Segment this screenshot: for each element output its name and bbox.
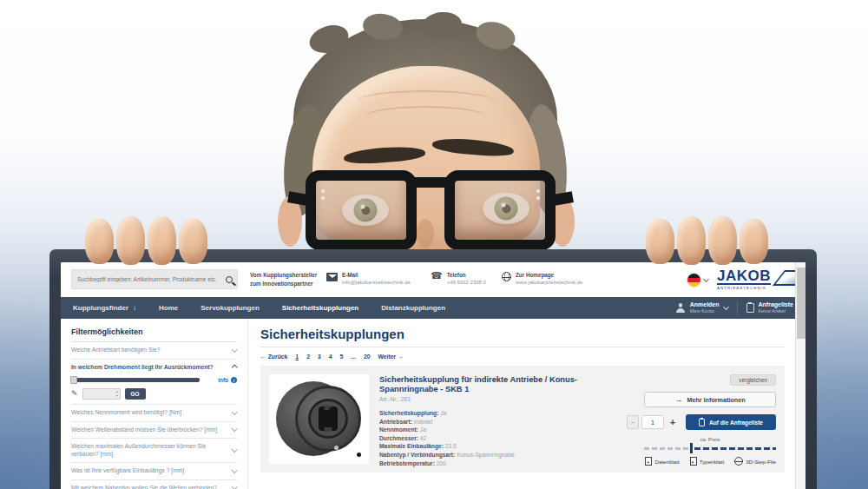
- finger: [740, 219, 768, 264]
- qty-input[interactable]: 1: [641, 415, 664, 429]
- product-actions: vergleichen → Mehr Informationen − 1 +: [627, 374, 776, 464]
- pagination-page-2[interactable]: 2: [306, 354, 310, 360]
- product-info: Sicherheitskupplung für indirekte Antrie…: [379, 374, 616, 464]
- finger: [85, 219, 114, 264]
- pagination-page-20[interactable]: 20: [364, 354, 371, 360]
- info-link[interactable]: infoi: [218, 377, 237, 383]
- request-list-button[interactable]: AnfragelisteKeine Artikel: [746, 301, 793, 314]
- torque-slider[interactable]: [71, 378, 200, 382]
- results-area: Sicherheitskupplungen ← Zurück 1 2 3 4 5…: [248, 319, 795, 489]
- browser-screen: Vom Kupplungshersteller zum Innovationsp…: [61, 262, 806, 489]
- product-specs: Sicherheitskupplung: Ja Antriebsart: ind…: [379, 409, 616, 467]
- page-title: Sicherheitskupplungen: [260, 327, 785, 341]
- more-info-button[interactable]: → Mehr Informationen: [644, 392, 776, 407]
- spec-row: Maximale Einbaulänge: 23.5: [379, 442, 616, 451]
- pagination-prev[interactable]: ← Zurück: [260, 354, 287, 360]
- filter-nennmoment[interactable]: Welches Nennmoment wird benötigt? [Nm]: [71, 405, 237, 422]
- jakob-logo[interactable]: JAKOB ANTRIEBSTECHNIK: [717, 268, 799, 290]
- price-marker: [690, 443, 693, 453]
- chevron-down-icon: [232, 347, 237, 352]
- nav-home[interactable]: Home: [159, 304, 178, 312]
- torque-value-input[interactable]: [82, 388, 121, 400]
- contact-phone[interactable]: ☎ Telefon+49 6022 2308 0: [431, 271, 486, 287]
- product-artnr: Art.-Nr.: 283: [379, 396, 616, 402]
- qty-minus-button[interactable]: −: [627, 415, 639, 429]
- phone-icon: ☎: [431, 271, 443, 280]
- coupling-screw: [357, 453, 361, 457]
- go-button[interactable]: GO: [125, 388, 146, 400]
- nav-sicherheitskupplungen[interactable]: Sicherheitskupplungen: [282, 304, 358, 312]
- glasses-right-lens: [444, 170, 556, 250]
- site-body: Filtermöglichkeiten Welche Antriebsart b…: [61, 319, 795, 489]
- price-label: ca. Preis: [644, 437, 776, 442]
- filter-drehmoment[interactable]: In welchem Drehmoment liegt Ihr Ausrückm…: [71, 360, 237, 406]
- pagination-page-3[interactable]: 3: [318, 354, 321, 360]
- language-selector[interactable]: [687, 274, 708, 287]
- title-divider: [260, 347, 785, 347]
- scrollbar[interactable]: [795, 262, 806, 489]
- datenblatt-link[interactable]: Datenblatt: [645, 457, 679, 466]
- spec-row: Antriebsart: indirekt: [379, 418, 616, 426]
- german-flag-icon: [687, 274, 700, 287]
- pagination-page-5[interactable]: 5: [339, 354, 343, 360]
- filter-einbaulaenge[interactable]: Was ist Ihre verfügbare Einbaulänge ? [m…: [71, 463, 237, 480]
- compare-button[interactable]: vergleichen: [730, 374, 776, 386]
- spec-row: Nennmoment: Ja: [379, 426, 616, 434]
- finger: [677, 216, 706, 265]
- product-image[interactable]: [269, 374, 369, 464]
- finger: [116, 216, 145, 265]
- clipboard-icon: [699, 419, 705, 426]
- glasses-rivet: [536, 196, 540, 200]
- pagination: ← Zurück 1 2 3 4 5 ... 20 Weiter →: [260, 354, 785, 360]
- chevron-down-icon: [232, 446, 237, 452]
- pagination-page-1[interactable]: 1: [295, 354, 299, 360]
- search-icon[interactable]: [221, 270, 237, 288]
- arrow-right-icon: →: [674, 395, 682, 404]
- filter-wellenabstand[interactable]: Welchen Wellenabstand müssen Sie überbrü…: [71, 422, 237, 439]
- slider-handle[interactable]: [70, 376, 77, 384]
- finger: [179, 219, 207, 264]
- nav-divider: [737, 301, 738, 315]
- chevron-down-icon: [722, 304, 728, 310]
- edit-pencil-icon: ✎: [71, 390, 78, 398]
- filter-nabentyp[interactable]: Mit welchem Nabentyp wollen Sie die Well…: [71, 480, 237, 489]
- glasses-rivet: [321, 196, 325, 200]
- globe-icon: [502, 272, 511, 281]
- clipboard-icon: [746, 303, 754, 313]
- add-to-request-list-button[interactable]: Auf die Anfrageliste: [686, 414, 776, 430]
- nav-distanzkupplungen[interactable]: Distanzkupplungen: [381, 304, 445, 312]
- nav-kupplungsfinder[interactable]: Kupplungsfinder↓: [73, 304, 136, 312]
- pagination-page-4[interactable]: 4: [329, 354, 332, 360]
- contact-email[interactable]: E-Mailinfo@jakobantriebstechnik.de: [326, 271, 411, 287]
- pagination-ellipsis: ...: [351, 354, 356, 360]
- downloads-row: Datenblatt Typenblatt 3D-Step-File: [645, 457, 776, 466]
- info-icon: i: [231, 377, 237, 383]
- typenblatt-link[interactable]: Typenblatt: [690, 457, 725, 466]
- pagination-next[interactable]: Weiter →: [378, 354, 404, 360]
- scrollbar-thumb[interactable]: [797, 268, 806, 339]
- glasses-bridge: [411, 177, 450, 188]
- product-card: Sicherheitskupplung für indirekte Antrie…: [260, 366, 785, 472]
- finger: [708, 216, 737, 265]
- globe-icon: [734, 457, 743, 466]
- filter-aussendurchmesser[interactable]: Welchen maximalen Außendurchmesser könne…: [71, 439, 237, 463]
- right-hand: [646, 219, 768, 265]
- coupling-screw: [334, 446, 339, 450]
- filter-antriebsart[interactable]: Welche Antriebsart benötigen Sie?: [71, 342, 237, 360]
- account-menu[interactable]: AnmeldenMein Konto: [676, 301, 728, 314]
- contact-homepage[interactable]: Zur Homepagewww.jakobantriebstechnik.de: [502, 271, 582, 287]
- search-input[interactable]: [72, 276, 221, 282]
- qty-plus-button[interactable]: +: [667, 415, 679, 429]
- price-indicator: ca. Preis: [644, 437, 776, 452]
- chevron-down-icon: [232, 467, 237, 472]
- glasses-rivet: [536, 189, 540, 193]
- email-icon: [326, 273, 338, 281]
- product-title[interactable]: Sicherheitskupplung für indirekte Antrie…: [379, 375, 616, 394]
- sidebar-title: Filtermöglichkeiten: [71, 327, 237, 342]
- user-icon: [676, 303, 686, 313]
- step-file-link[interactable]: 3D-Step-File: [734, 457, 776, 466]
- filter-sidebar: Filtermöglichkeiten Welche Antriebsart b…: [61, 319, 248, 489]
- nav-servokupplungen[interactable]: Servokupplungen: [201, 304, 260, 312]
- chevron-down-icon: [232, 409, 237, 414]
- search-bar[interactable]: [71, 269, 238, 289]
